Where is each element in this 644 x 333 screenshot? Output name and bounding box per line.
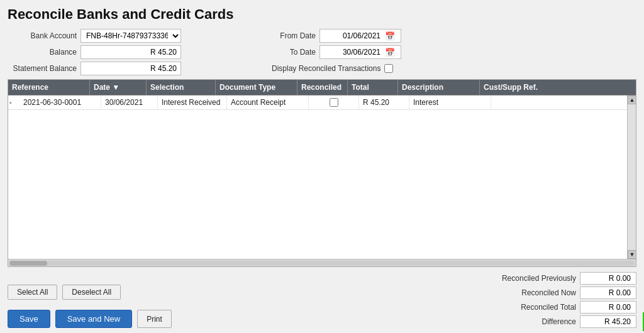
col-header-doctype: Document Type xyxy=(216,80,297,95)
bank-account-label: Bank Account xyxy=(8,31,77,40)
difference-row: Difference xyxy=(494,315,636,328)
from-date-input[interactable] xyxy=(320,30,383,41)
col-header-description: Description xyxy=(398,80,480,95)
select-buttons-group: Select All Deselect All xyxy=(8,285,172,300)
scroll-up-arrow[interactable]: ▲ xyxy=(628,96,636,104)
scroll-track xyxy=(628,104,636,250)
statement-balance-input[interactable] xyxy=(80,62,181,75)
cell-total: R 45.20 xyxy=(359,96,409,109)
cell-reconciled[interactable] xyxy=(309,96,359,109)
cell-date: 30/06/2021 xyxy=(101,96,158,109)
form-area: Bank Account FNB-48Hr-74879373336 Balanc… xyxy=(8,29,636,75)
cell-description: Interest xyxy=(409,96,491,109)
to-date-input[interactable] xyxy=(320,46,383,58)
cell-selection: Interest Received xyxy=(158,96,227,109)
action-buttons-group: Save Save and New Print xyxy=(8,310,172,328)
page-title: Reconcile Banks and Credit Cards xyxy=(8,6,636,23)
statement-balance-label: Statement Balance xyxy=(8,64,77,73)
col-header-reconciled: Reconciled xyxy=(297,80,348,95)
display-reconciled-row: Display Reconciled Transactions xyxy=(272,64,401,73)
save-and-new-button[interactable]: Save and New xyxy=(55,310,133,328)
to-date-wrap: 📅 xyxy=(319,45,401,59)
from-date-row: From Date 📅 xyxy=(272,29,401,43)
print-button[interactable]: Print xyxy=(137,310,172,328)
reconciled-checkbox[interactable] xyxy=(330,98,338,107)
scroll-down-arrow[interactable]: ▼ xyxy=(628,250,636,259)
form-right: From Date 📅 To Date 📅 Display Reconciled… xyxy=(272,29,401,73)
reconciled-total-value xyxy=(580,301,636,314)
col-header-total: Total xyxy=(348,80,398,95)
to-date-calendar-icon[interactable]: 📅 xyxy=(383,48,397,57)
reconciled-total-row: Reconciled Total xyxy=(494,301,636,314)
cell-custsupp xyxy=(491,100,627,105)
col-header-selection: Selection xyxy=(147,80,216,95)
bank-account-select[interactable]: FNB-48Hr-74879373336 xyxy=(80,29,181,43)
from-date-wrap: 📅 xyxy=(319,29,401,43)
transactions-table: Reference Date ▼ Selection Document Type… xyxy=(8,79,636,267)
bottom-area: Select All Deselect All Save Save and Ne… xyxy=(8,272,636,328)
difference-label: Difference xyxy=(494,317,576,326)
horizontal-scrollbar[interactable] xyxy=(8,259,636,266)
save-button[interactable]: Save xyxy=(8,310,50,328)
reconciled-previously-row: Reconciled Previously xyxy=(494,272,636,285)
col-header-date[interactable]: Date ▼ xyxy=(90,80,147,95)
balance-row: Balance xyxy=(8,45,234,59)
reconciled-now-value xyxy=(580,287,636,299)
table-row: ▪ 2021-06-30-0001 30/06/2021 Interest Re… xyxy=(8,96,627,110)
reconciled-now-row: Reconciled Now xyxy=(494,287,636,299)
summary-panel: Reconciled Previously Reconciled Now Rec… xyxy=(494,272,636,328)
h-scroll-thumb[interactable] xyxy=(9,261,47,266)
to-date-row: To Date 📅 xyxy=(272,45,401,59)
reconciled-total-label: Reconciled Total xyxy=(494,303,576,312)
reconciled-now-label: Reconciled Now xyxy=(494,288,576,297)
display-reconciled-checkbox[interactable] xyxy=(384,64,393,73)
row-icon: ▪ xyxy=(8,96,19,109)
table-body: ▪ 2021-06-30-0001 30/06/2021 Interest Re… xyxy=(8,96,627,259)
reconciled-previously-label: Reconciled Previously xyxy=(494,274,576,283)
table-header: Reference Date ▼ Selection Document Type… xyxy=(8,80,636,96)
reconciled-previously-value xyxy=(580,272,636,285)
balance-input[interactable] xyxy=(80,45,181,59)
bank-account-row: Bank Account FNB-48Hr-74879373336 xyxy=(8,29,234,43)
bottom-left: Select All Deselect All Save Save and Ne… xyxy=(8,285,172,328)
table-inner: ▪ 2021-06-30-0001 30/06/2021 Interest Re… xyxy=(8,96,636,259)
display-reconciled-label: Display Reconciled Transactions xyxy=(272,64,380,73)
cell-reference: 2021-06-30-0001 xyxy=(19,96,101,109)
vertical-scrollbar[interactable]: ▲ ▼ xyxy=(627,96,636,259)
from-date-calendar-icon[interactable]: 📅 xyxy=(383,31,397,41)
h-scroll-track xyxy=(9,261,635,266)
form-left: Bank Account FNB-48Hr-74879373336 Balanc… xyxy=(8,29,234,75)
to-date-label: To Date xyxy=(272,48,316,57)
cell-doctype: Account Receipt xyxy=(227,96,309,109)
deselect-all-button[interactable]: Deselect All xyxy=(62,285,121,300)
col-header-reference: Reference xyxy=(8,80,90,95)
col-header-custsupp: Cust/Supp Ref. xyxy=(480,80,636,95)
balance-label: Balance xyxy=(8,48,77,57)
difference-value xyxy=(580,315,636,328)
select-all-button[interactable]: Select All xyxy=(8,285,57,300)
statement-balance-row: Statement Balance xyxy=(8,62,234,75)
from-date-label: From Date xyxy=(272,31,316,40)
